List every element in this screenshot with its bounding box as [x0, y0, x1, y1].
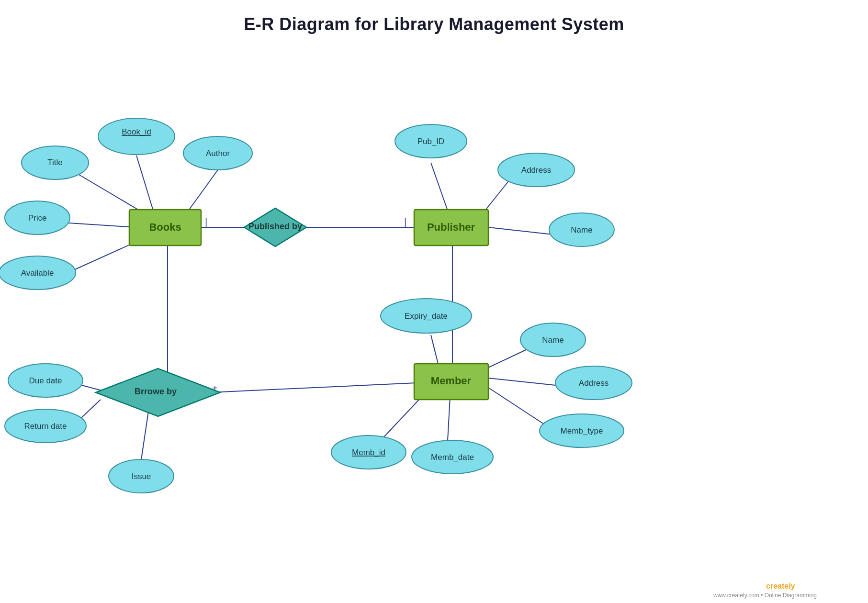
- svg-line-9: [488, 227, 553, 234]
- svg-line-20: [141, 412, 148, 459]
- attr-book-id-label: Book_id: [122, 127, 151, 136]
- attr-expiry-date-label: Expiry_date: [405, 312, 448, 321]
- svg-line-13: [488, 378, 560, 386]
- attr-available-label: Available: [21, 268, 54, 278]
- svg-line-1: [79, 175, 144, 213]
- attr-memb-id-label: Memb_id: [352, 448, 385, 457]
- svg-line-11: [431, 335, 438, 364]
- page-title: E-R Diagram for Library Management Syste…: [0, 0, 868, 34]
- svg-line-12: [488, 348, 529, 368]
- svg-text:|: |: [205, 216, 207, 227]
- attr-mem-address-label: Address: [579, 379, 609, 388]
- attr-book-id: [98, 118, 175, 155]
- attr-memb-date-label: Memb_date: [431, 453, 474, 462]
- svg-line-16: [448, 397, 450, 440]
- svg-line-14: [488, 388, 548, 427]
- attr-memb-type-label: Memb_type: [561, 426, 603, 436]
- er-diagram: | | — + + Book_id Title Author Price Ava…: [0, 48, 868, 603]
- attr-pub-id-label: Pub_ID: [417, 137, 445, 146]
- svg-line-0: [136, 156, 153, 211]
- creately-url: www.creately.com • Online Diagramming: [713, 592, 817, 599]
- svg-text:|: |: [404, 216, 406, 227]
- attr-issue-label: Issue: [132, 472, 151, 481]
- svg-line-15: [383, 397, 421, 438]
- attr-pub-address-label: Address: [521, 166, 551, 175]
- svg-line-3: [62, 223, 136, 227]
- attr-due-date-label: Due date: [29, 376, 62, 385]
- entity-member-label: Member: [431, 375, 472, 387]
- creately-logo: creately: [766, 582, 795, 590]
- entity-books-label: Books: [149, 221, 181, 233]
- entity-publisher-label: Publisher: [427, 221, 475, 233]
- relationship-published-by-label: Published by: [248, 222, 302, 231]
- attr-return-date-label: Return date: [24, 422, 67, 431]
- svg-line-7: [431, 163, 448, 211]
- attr-author-label: Author: [206, 149, 230, 158]
- relationship-brrowe-by-label: Brrowe by: [135, 387, 177, 396]
- attr-mem-name-label: Name: [542, 335, 564, 345]
- attr-title-label: Title: [47, 158, 63, 167]
- attr-pub-name-label: Name: [571, 225, 592, 234]
- svg-line-2: [187, 170, 218, 213]
- svg-line-21: [211, 383, 417, 392]
- attr-price-label: Price: [28, 213, 47, 223]
